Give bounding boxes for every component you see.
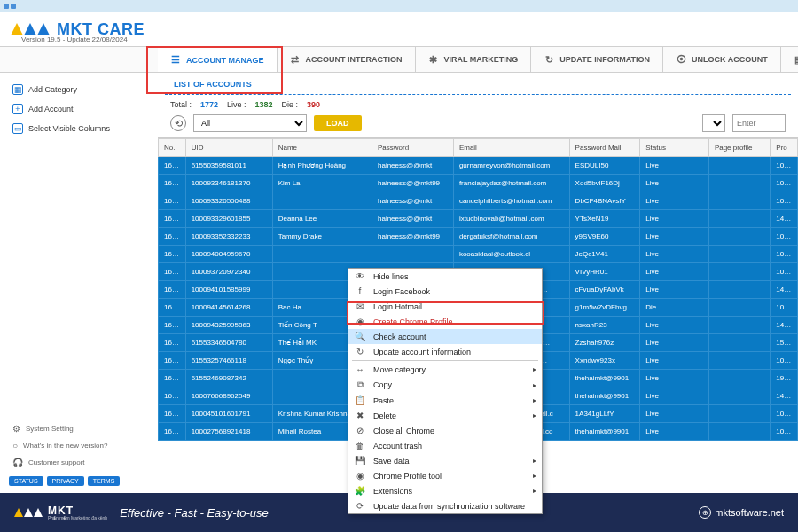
window-titlebar xyxy=(0,0,798,12)
col-header[interactable]: UID xyxy=(185,139,272,157)
tab-icon: ☰ xyxy=(170,55,181,66)
submenu-arrow-icon: ▸ xyxy=(533,381,536,389)
ctx-save-data[interactable]: 💾Save data▸ xyxy=(348,453,542,468)
col-header[interactable]: Email xyxy=(453,139,569,157)
sidebar-bottom-icon: ○ xyxy=(12,441,18,450)
tab-icon: ⇄ xyxy=(290,54,301,65)
col-header[interactable]: Page profile xyxy=(708,139,770,157)
table-row[interactable]: 1633100093352332233Tammy Drakehaineess@@… xyxy=(159,228,798,246)
stats-bar: Total : 1772 Live : 1382 Die : 390 xyxy=(158,95,798,114)
ctx-icon: f xyxy=(354,286,366,296)
ctx-icon: ⊘ xyxy=(354,426,366,435)
ctx-delete[interactable]: ✖Delete▸ xyxy=(348,408,542,423)
table-row[interactable]: 1630100093346181370Kim Lahaineess@@mkt99… xyxy=(159,175,798,192)
tab-update-information[interactable]: ↻UPDATE INFORMATION xyxy=(531,47,663,72)
ctx-check-account[interactable]: 🔍Check account xyxy=(348,329,542,344)
tab-icon: ▤ xyxy=(794,54,798,65)
search-input[interactable] xyxy=(732,114,786,132)
ctx-close-all-chrome[interactable]: ⊘Close all Chrome xyxy=(348,423,542,438)
table-row[interactable]: 1632100093329601855Deanna Leehaineess@@m… xyxy=(159,210,798,228)
ctx-icon: ↻ xyxy=(354,347,366,356)
sidebar: ▦Add Category+Add Account▭Select Visible… xyxy=(0,73,158,493)
sidebar-item-add-category[interactable]: ▦Add Category xyxy=(9,80,149,99)
section-title: LIST OF ACCOUNTS xyxy=(165,74,791,95)
sidebar-item-add-account[interactable]: +Add Account xyxy=(9,99,149,119)
stat-total: 1772 xyxy=(200,100,218,109)
badge-terms[interactable]: TERMS xyxy=(88,476,121,486)
tab-icon: ↻ xyxy=(544,54,554,65)
ctx-update-account-information[interactable]: ↻Update account information xyxy=(348,344,542,359)
sidebar-bottom-icon: 🎧 xyxy=(12,458,23,467)
ctx-icon: 🧩 xyxy=(354,486,366,496)
table-row[interactable]: 1631100093320500488haineess@@mktcancelph… xyxy=(159,192,798,210)
badge-privacy[interactable]: PRIVACY xyxy=(47,476,84,486)
submenu-arrow-icon: ▸ xyxy=(533,411,536,419)
ctx-icon: ↔ xyxy=(354,364,366,374)
tab-icon: ⦿ xyxy=(676,54,686,65)
search-column-select[interactable] xyxy=(702,114,725,132)
col-header[interactable]: Name xyxy=(272,139,372,157)
category-select[interactable]: All xyxy=(193,114,307,132)
table-row[interactable]: 162961550359581011Hạnh Phương Hoànghaine… xyxy=(159,157,798,175)
footer-url[interactable]: ⊕mktsoftware.net xyxy=(699,506,784,519)
ctx-icon: 👁 xyxy=(354,271,366,281)
tab-account-manage[interactable]: ☰ACCOUNT MANAGE xyxy=(158,46,278,72)
tab-viral-marketing[interactable]: ✱VIRAL MARKETING xyxy=(416,47,532,72)
main-tabbar: ☰ACCOUNT MANAGE⇄ACCOUNT INTERACTION✱VIRA… xyxy=(0,46,798,73)
sidebar-icon: ▦ xyxy=(12,84,23,95)
globe-icon: ⊕ xyxy=(699,506,711,519)
ctx-icon: ◉ xyxy=(354,471,366,481)
ctx-move-category[interactable]: ↔Move category▸ xyxy=(348,362,542,377)
filter-bar: ⟲ All LOAD xyxy=(158,114,798,137)
ctx-paste[interactable]: 📋Paste▸ xyxy=(348,393,542,408)
footer-logo: MKT Phần mềm Marketing đa kênh xyxy=(14,505,107,520)
context-menu: 👁Hide linesfLogin Facebook✉Login Hotmail… xyxy=(348,268,543,514)
ctx-icon: 🗑 xyxy=(354,441,366,450)
ctx-extensions[interactable]: 🧩Extensions▸ xyxy=(348,483,542,498)
submenu-arrow-icon: ▸ xyxy=(533,396,536,404)
sidebar-icon: ▭ xyxy=(12,123,23,134)
sidebar-bottom-what-s-in-the-new-version-[interactable]: ○What's in the new version? xyxy=(9,437,149,454)
sidebar-bottom-system-setting[interactable]: ⚙System Setting xyxy=(9,420,149,437)
submenu-arrow-icon: ▸ xyxy=(533,472,536,480)
table-row[interactable]: 1634100094004959670kooasidaai@outlook.cl… xyxy=(159,246,798,263)
ctx-icon: 📋 xyxy=(354,395,366,405)
footer-tagline: Effective - Fast - Easy-to-use xyxy=(120,506,269,520)
ctx-icon: ⟳ xyxy=(354,501,366,511)
col-header[interactable]: No. xyxy=(159,139,186,157)
submenu-arrow-icon: ▸ xyxy=(533,365,536,373)
sidebar-icon: + xyxy=(12,104,23,114)
ctx-login-facebook[interactable]: fLogin Facebook xyxy=(348,284,542,299)
ctx-create-chrome-profile[interactable]: ◉Create Chrome Profile xyxy=(348,314,542,329)
stat-die: 390 xyxy=(307,100,320,109)
tab-unlock-account[interactable]: ⦿UNLOCK ACCOUNT xyxy=(663,47,781,72)
submenu-arrow-icon: ▸ xyxy=(533,487,536,495)
sidebar-item-select-visible-columns[interactable]: ▭Select Visible Columns xyxy=(9,119,149,138)
col-header[interactable]: Status xyxy=(640,139,709,157)
sidebar-bottom-customer-support[interactable]: 🎧Customer support xyxy=(9,454,149,471)
ctx-icon: ◉ xyxy=(354,317,366,326)
app-version: Version 19.5 - Update 22/08/2024 xyxy=(21,35,128,43)
ctx-copy[interactable]: ⧉Copy▸ xyxy=(348,377,542,393)
ctx-update-data-from-synchronization-software[interactable]: ⟳Update data from synchronization softwa… xyxy=(348,498,542,513)
ctx-icon: 💾 xyxy=(354,456,366,466)
ctx-icon: ⧉ xyxy=(354,379,366,390)
ctx-icon: ✖ xyxy=(354,411,366,420)
load-button[interactable]: LOAD xyxy=(314,115,362,131)
ctx-login-hotmail[interactable]: ✉Login Hotmail xyxy=(348,299,542,314)
tab-icon: ✱ xyxy=(428,54,439,65)
ctx-icon: ✉ xyxy=(354,301,366,311)
ctx-hide-lines[interactable]: 👁Hide lines xyxy=(348,269,542,284)
tab-content-m[interactable]: ▤CONTENT M xyxy=(781,47,798,72)
refresh-button[interactable]: ⟲ xyxy=(170,115,186,131)
ctx-chrome-profile-tool[interactable]: ◉Chrome Profile tool▸ xyxy=(348,468,542,483)
col-header[interactable]: Password xyxy=(372,139,453,157)
col-header[interactable]: Pro xyxy=(771,139,798,157)
ctx-account-trash[interactable]: 🗑Account trash xyxy=(348,438,542,453)
stat-live: 1382 xyxy=(255,100,273,109)
submenu-arrow-icon: ▸ xyxy=(533,457,536,465)
tab-account-interaction[interactable]: ⇄ACCOUNT INTERACTION xyxy=(278,47,416,72)
ctx-icon: 🔍 xyxy=(354,332,366,341)
badge-status[interactable]: STATUS xyxy=(9,476,43,486)
col-header[interactable]: Password Mail xyxy=(569,139,640,157)
